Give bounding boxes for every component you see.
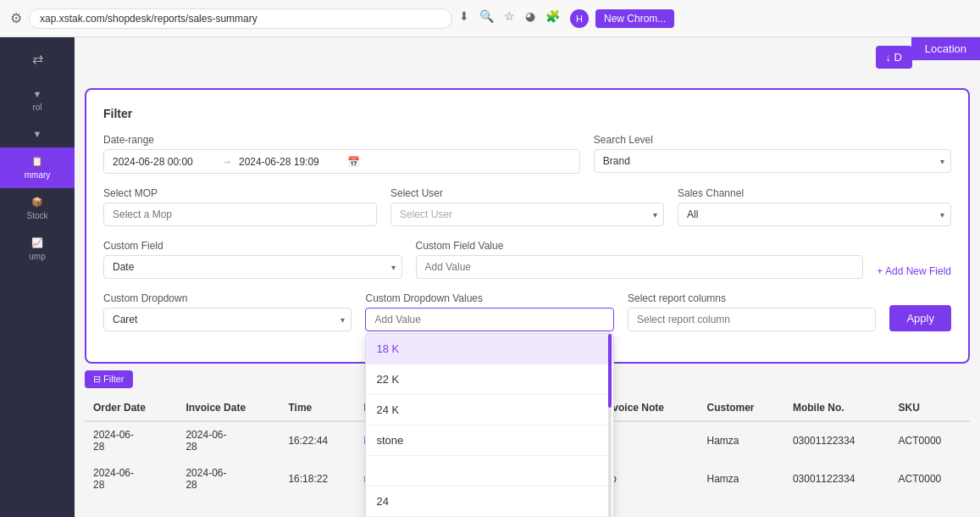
sidebar-item-jump[interactable]: 📈 ump: [0, 229, 75, 270]
avatar-icon: H: [570, 9, 589, 28]
date-range-label: Date-range: [103, 134, 580, 146]
date-range-wrapper[interactable]: → 📅: [103, 149, 580, 174]
sidebar-summary-label: mmary: [25, 170, 51, 180]
cell-invoice-date: 2024-06-28: [177, 421, 280, 460]
cell-sku: ACT0000: [890, 421, 970, 460]
select-mop-label: Select MOP: [103, 187, 377, 199]
custom-field-value-input[interactable]: [416, 255, 864, 279]
cell-invoice-date: 2024-06-28: [177, 460, 280, 498]
sidebar-item-summary[interactable]: 📋 mmary: [0, 147, 75, 188]
dropdown-item-24[interactable]: 24: [366, 486, 612, 517]
apply-btn-wrapper: Apply: [889, 305, 951, 331]
dropdown-item-stone[interactable]: stone: [366, 425, 612, 456]
sales-channel-wrapper: All: [678, 203, 951, 226]
custom-field-value-group: Custom Field Value: [416, 240, 864, 279]
sidebar-toggle[interactable]: ⇄: [25, 44, 50, 74]
dropdown-scrollbar: [608, 334, 612, 517]
cell-sku: ACT0000: [890, 460, 970, 498]
select-user-wrapper: Select User: [390, 203, 664, 226]
col-invoice-date: Invoice Date: [177, 395, 280, 421]
dropdown-item-22k[interactable]: 22 K: [366, 364, 612, 395]
filter-row-2: Select MOP Select User Select User Sales…: [103, 187, 951, 226]
cell-mobile: 03001122334: [784, 421, 890, 460]
summary-icon: 📋: [31, 156, 43, 167]
sales-channel-group: Sales Channel All: [678, 187, 951, 226]
col-time: Time: [280, 395, 355, 421]
dropdown-list: 18 K 22 K 24 K stone 24 20 23: [365, 333, 613, 517]
custom-field-value-label: Custom Field Value: [416, 240, 864, 252]
dropdown-item-empty[interactable]: [366, 456, 612, 486]
puzzle-icon[interactable]: 🧩: [545, 9, 560, 28]
download-button[interactable]: ↓ D: [876, 46, 913, 69]
cell-order-date: 2024-06-28: [85, 460, 177, 498]
select-mop-group: Select MOP: [103, 187, 377, 226]
search-icon[interactable]: 🔍: [479, 9, 494, 28]
col-customer: Customer: [699, 395, 784, 421]
date-end-input[interactable]: [239, 156, 341, 168]
chevron-down-icon: ▼: [33, 129, 42, 139]
calendar-icon: 📅: [347, 156, 360, 168]
custom-field-label: Custom Field: [103, 240, 402, 252]
dropdown-scrollthumb: [608, 334, 612, 408]
search-level-select-wrapper: Brand: [594, 149, 951, 173]
add-new-field-btn[interactable]: + Add New Field: [877, 265, 951, 277]
main-content: Location ↓ D Filter Date-range → 📅 Sea: [75, 37, 980, 517]
star-icon[interactable]: ☆: [504, 9, 515, 28]
filter-title: Filter: [103, 107, 951, 120]
custom-field-wrapper: Date: [103, 255, 402, 279]
cell-customer: Hamza: [699, 460, 784, 498]
custom-dropdown-values-label: Custom Dropdown Values: [365, 292, 613, 304]
select-user-group: Select User Select User: [390, 187, 664, 226]
location-button[interactable]: Location: [911, 37, 980, 60]
sidebar-item-stock[interactable]: 📦 Stock: [0, 188, 75, 229]
custom-dropdown-values-input[interactable]: [365, 308, 613, 331]
cell-customer: Hamza: [699, 421, 784, 460]
select-report-columns-input[interactable]: [628, 308, 876, 331]
dropdown-item-18k[interactable]: 18 K: [366, 334, 612, 364]
circle-icon: ◕: [525, 9, 535, 28]
apply-button[interactable]: Apply: [889, 305, 951, 331]
jump-icon: 📈: [31, 237, 43, 248]
custom-dropdown-group: Custom Dropdown Caret: [103, 292, 352, 331]
filter-panel: Filter Date-range → 📅 Search Level Brand: [85, 88, 970, 364]
col-sku: SKU: [890, 395, 970, 421]
custom-field-select[interactable]: Date: [103, 255, 402, 279]
sidebar-item-label: rol: [32, 103, 42, 112]
browser-icon: ⚙: [10, 10, 22, 26]
sidebar: ⇄ ▼ rol ▼ 📋 mmary 📦 Stock 📈 ump: [0, 37, 75, 517]
search-level-label: Search Level: [594, 134, 951, 146]
select-user-label: Select User: [390, 187, 664, 199]
sales-channel-select[interactable]: All: [678, 203, 951, 226]
cell-order-date: 2024-06-28: [85, 421, 177, 460]
custom-field-group: Custom Field Date: [103, 240, 402, 279]
sidebar-item-control[interactable]: ▼ rol: [0, 81, 75, 120]
dropdown-item-24k[interactable]: 24 K: [366, 395, 612, 425]
select-user-select[interactable]: Select User: [390, 203, 664, 226]
new-tab-button[interactable]: New Chrom...: [595, 9, 674, 28]
custom-dropdown-values-group: Custom Dropdown Values 18 K 22 K 24 K st…: [365, 292, 613, 331]
select-mop-input[interactable]: [103, 203, 377, 226]
col-order-date: Order Date: [85, 395, 177, 421]
custom-dropdown-label: Custom Dropdown: [103, 292, 352, 304]
browser-icons: ⬇ 🔍 ☆ ◕ 🧩 H: [459, 9, 589, 28]
control-icon: ▼: [33, 89, 42, 99]
sales-channel-label: Sales Channel: [678, 187, 951, 199]
custom-dropdown-select[interactable]: Caret: [103, 308, 352, 331]
stock-icon: 📦: [31, 197, 43, 208]
filter-row-3: Custom Field Date Custom Field Value + A…: [103, 240, 951, 279]
sidebar-item-expand[interactable]: ▼: [0, 120, 75, 147]
select-report-columns-group: Select report columns: [628, 292, 876, 331]
filter-chip-btn[interactable]: ⊟ Filter: [85, 370, 133, 388]
browser-bar: ⚙ xap.xstak.com/shopdesk/reports/sales-s…: [0, 0, 980, 37]
search-level-group: Search Level Brand: [594, 134, 951, 173]
col-mobile: Mobile No.: [784, 395, 890, 421]
sidebar-stock-label: Stock: [26, 211, 47, 220]
date-start-input[interactable]: [113, 156, 214, 168]
url-bar[interactable]: xap.xstak.com/shopdesk/reports/sales-sum…: [29, 8, 452, 29]
cell-time: 16:22:44: [280, 421, 355, 460]
filter-row-4: Custom Dropdown Caret Custom Dropdown Va…: [103, 292, 951, 331]
download-icon[interactable]: ⬇: [459, 9, 469, 28]
select-report-columns-label: Select report columns: [628, 292, 876, 304]
search-level-select[interactable]: Brand: [594, 149, 951, 173]
cell-time: 16:18:22: [280, 460, 355, 498]
